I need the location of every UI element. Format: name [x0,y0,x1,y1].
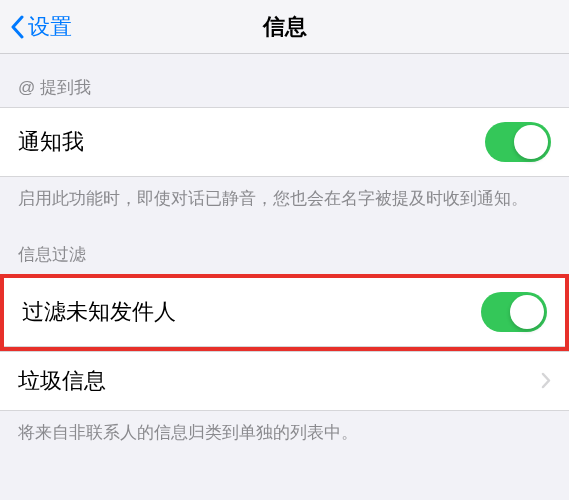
back-label: 设置 [28,12,72,42]
filter-unknown-label: 过滤未知发件人 [22,297,176,327]
mentions-footer: 启用此功能时，即使对话已静音，您也会在名字被提及时收到通知。 [0,177,569,211]
notify-me-row: 通知我 [0,107,569,177]
filter-footer: 将来自非联系人的信息归类到单独的列表中。 [0,411,569,445]
navbar: 设置 信息 [0,0,569,54]
junk-label: 垃圾信息 [18,366,106,396]
toggle-knob [514,125,548,159]
junk-row[interactable]: 垃圾信息 [0,351,569,411]
toggle-knob [510,295,544,329]
filter-section-group: 过滤未知发件人 垃圾信息 [0,274,569,411]
chevron-left-icon [10,15,24,39]
page-title: 信息 [263,12,307,42]
filter-unknown-toggle[interactable] [481,292,547,332]
chevron-right-icon [541,372,551,389]
notify-me-label: 通知我 [18,127,84,157]
section-header-filter: 信息过滤 [0,211,569,274]
notify-me-toggle[interactable] [485,122,551,162]
highlight-box: 过滤未知发件人 [0,274,569,351]
filter-unknown-row: 过滤未知发件人 [4,278,565,347]
back-button[interactable]: 设置 [0,12,72,42]
section-header-mentions: @ 提到我 [0,54,569,107]
